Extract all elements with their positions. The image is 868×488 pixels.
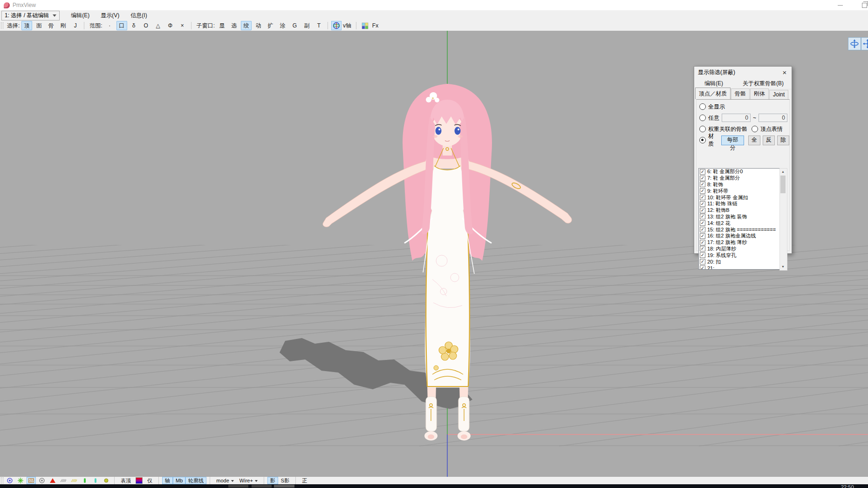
range-btn-4[interactable]: △ [153, 21, 164, 30]
radio-range[interactable] [699, 115, 706, 121]
olive-dot-icon[interactable] [102, 477, 111, 484]
range-btn-1[interactable]: 口 [116, 21, 127, 30]
yellow-hatch-icon[interactable] [69, 477, 79, 484]
material-list-item[interactable]: ✓21: [699, 265, 786, 270]
tab-3[interactable]: Joint [769, 90, 788, 99]
material-list-item[interactable]: ✓18: 内层薄纱 [699, 246, 786, 252]
material-list-item[interactable]: ✓9: 鞋环带 [699, 188, 786, 194]
select-btn-2[interactable]: 骨 [46, 21, 56, 30]
radio-weight-bones[interactable] [699, 126, 706, 132]
range-from-field[interactable]: 0 [722, 114, 751, 122]
material-checkbox[interactable]: ✓ [700, 176, 705, 181]
subwindow-btn-0[interactable]: 显 [217, 21, 227, 30]
v-axis-toggle[interactable]: v轴 [342, 21, 353, 30]
material-checkbox[interactable]: ✓ [700, 227, 705, 232]
taskbar-item[interactable] [252, 485, 272, 488]
select-btn-3[interactable]: 刚 [58, 21, 68, 30]
blue-circle-dot-icon[interactable] [5, 477, 14, 484]
select-btn-1[interactable]: 面 [34, 21, 44, 30]
material-list-item[interactable]: ✓13: 组2 旗袍 装饰 [699, 214, 786, 220]
character-model[interactable] [323, 84, 572, 441]
select-btn-4[interactable]: J [70, 21, 81, 30]
material-list-scrollbar[interactable]: ▲ ▼ [779, 168, 787, 271]
restore-button[interactable] [856, 0, 868, 10]
edit-mode-select[interactable]: 1: 选择 / 基础编辑 [1, 11, 60, 20]
tab-2[interactable]: 刚体 [750, 88, 769, 99]
scroll-up-icon[interactable]: ▲ [780, 169, 786, 175]
range-btn-3[interactable]: O [141, 21, 151, 30]
material-list-item[interactable]: ✓17: 组2 旗袍 薄纱 [699, 239, 786, 246]
material-checkbox[interactable]: ✓ [700, 182, 705, 187]
subwindow-btn-6[interactable]: G [289, 21, 300, 30]
material-list-item[interactable]: ✓8: 鞋饰 [699, 182, 786, 188]
menu-info[interactable]: 信息(I) [125, 12, 152, 20]
only-button[interactable]: 仅 [144, 477, 155, 484]
color-swatch[interactable] [136, 477, 143, 484]
mode-dropdown[interactable]: mode [213, 477, 237, 484]
toolbar-grip[interactable] [1, 22, 3, 29]
material-checkbox[interactable]: ✓ [700, 233, 705, 239]
taskbar-item[interactable] [228, 485, 248, 488]
scroll-down-icon[interactable]: ▼ [780, 264, 786, 270]
wire-dropdown[interactable]: Wire+ [237, 477, 260, 484]
axis-toggle[interactable]: 轴 [162, 477, 173, 484]
menu-edit[interactable]: 编辑(E) [65, 12, 95, 20]
material-list-item[interactable]: ✓6: 鞋 金属部分0 [699, 169, 786, 175]
red-triangle-icon[interactable] [48, 477, 57, 484]
material-list-item[interactable]: ✓15: 组2 旗袍 ============= [699, 226, 786, 233]
orbit-camera-button[interactable] [848, 37, 861, 50]
pan-camera-button[interactable] [861, 37, 868, 50]
green-pill-icon[interactable] [80, 477, 89, 484]
all-button[interactable]: 全 [748, 136, 760, 145]
gray-circle-dot-icon[interactable] [37, 477, 47, 484]
material-checkbox[interactable]: ✓ [700, 259, 705, 264]
material-checkbox[interactable]: ✓ [700, 208, 705, 213]
minimize-button[interactable] [832, 0, 848, 10]
mb-toggle[interactable]: Mb [173, 477, 185, 484]
subwindow-btn-5[interactable]: 涂 [277, 21, 288, 30]
shadow-toggle[interactable]: 影 [267, 477, 278, 484]
material-checkbox[interactable]: ✓ [700, 240, 705, 245]
per-part-button[interactable]: 每部分 [721, 136, 744, 145]
green-burst-icon[interactable] [16, 477, 25, 484]
material-checkbox[interactable]: ✓ [700, 169, 705, 175]
rotation-gizmo-toggle[interactable] [331, 21, 342, 30]
select-btn-0[interactable]: 顶 [21, 21, 32, 30]
material-checkbox[interactable]: ✓ [700, 195, 705, 200]
subwindow-btn-7[interactable]: 副 [301, 21, 312, 30]
invert-button[interactable]: 反 [763, 136, 775, 145]
vertex-view-button[interactable]: 表顶 [118, 477, 134, 484]
material-list-item[interactable]: ✓12: 鞋饰B [699, 207, 786, 214]
taskbar-item[interactable] [274, 485, 294, 488]
tab-0[interactable]: 顶点／材质 [695, 88, 731, 99]
material-checkbox[interactable]: ✓ [700, 220, 705, 226]
menu-view[interactable]: 显示(V) [95, 12, 125, 20]
subwindow-btn-4[interactable]: 扩 [265, 21, 276, 30]
subwindow-btn-1[interactable]: 选 [229, 21, 239, 30]
radio-vertex-morph[interactable] [752, 126, 758, 132]
radio-show-all[interactable] [699, 103, 706, 110]
remove-button[interactable]: 除 [777, 136, 789, 145]
material-list-item[interactable]: ✓10: 鞋环带 金属扣 [699, 194, 786, 201]
subwindow-btn-2[interactable]: 绞 [241, 21, 252, 30]
fx-grid-toggle[interactable] [360, 21, 370, 30]
dialog-menu-weight-bones[interactable]: 关于权重骨骼(B) [737, 80, 789, 88]
scrollbar-thumb[interactable] [780, 176, 786, 193]
gray-hatch-icon[interactable] [59, 477, 68, 484]
material-list-item[interactable]: ✓11: 鞋饰 珠链 [699, 201, 786, 207]
dialog-menu-edit[interactable]: 编辑(E) [699, 80, 729, 88]
material-checkbox[interactable]: ✓ [700, 252, 705, 258]
subwindow-btn-8[interactable]: T [314, 21, 324, 30]
material-list-item[interactable]: ✓20: 扣 [699, 258, 786, 265]
subwindow-btn-3[interactable]: 动 [253, 21, 264, 30]
material-checkbox[interactable]: ✓ [700, 188, 705, 194]
range-btn-0[interactable]: · [104, 21, 115, 30]
dialog-titlebar[interactable]: 显示筛选(屏蔽) [694, 67, 792, 78]
range-btn-2[interactable]: δ [129, 21, 139, 30]
range-to-field[interactable]: 0 [759, 114, 787, 122]
material-checkbox[interactable]: ✓ [700, 201, 705, 207]
range-btn-5[interactable]: Φ [165, 21, 176, 30]
toolbar-grip[interactable] [1, 477, 3, 484]
radio-material[interactable] [699, 137, 706, 143]
fx-toggle[interactable]: Fx [370, 21, 381, 30]
